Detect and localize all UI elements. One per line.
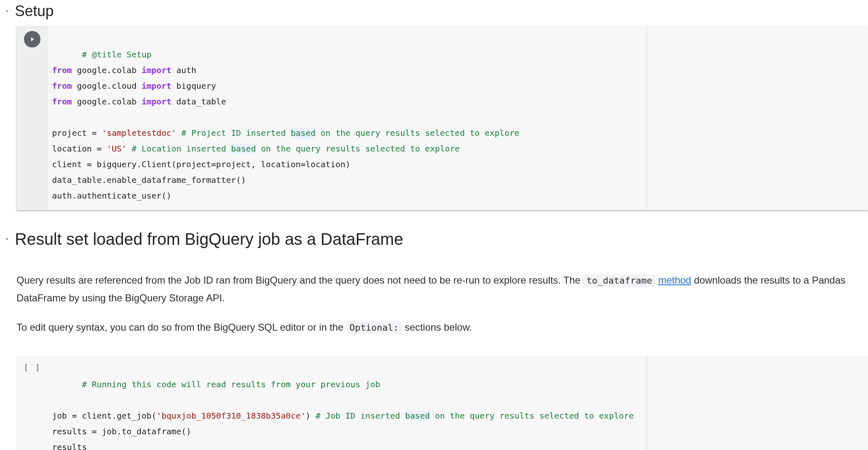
code-cell-read-results: [ ] # Running this code will read result… [17, 356, 868, 450]
code-comment: # Job ID inserted [315, 411, 405, 421]
ruler-line [647, 356, 647, 450]
code-keyword: from [52, 97, 72, 107]
code-highlight: based [291, 128, 315, 138]
code-text: project = [52, 128, 102, 138]
code-comment: # Project ID inserted [181, 128, 291, 138]
section-header-setup: Setup [0, 0, 868, 26]
section-title: Setup [15, 2, 54, 21]
inline-code: Optional: [346, 321, 402, 334]
markdown-text: Query results are referenced from the Jo… [0, 255, 868, 336]
collapse-arrow-icon[interactable] [2, 6, 12, 17]
code-editor[interactable]: # @title Setup from google.colab import … [48, 26, 868, 210]
text-span: sections below. [402, 322, 472, 333]
code-comment: on the query results selected to explore [430, 411, 634, 421]
code-editor[interactable]: # Running this code will read results fr… [48, 356, 868, 450]
code-text: ) [306, 411, 315, 421]
code-text: data_table [171, 97, 226, 107]
code-text: google.cloud [72, 81, 142, 91]
code-text: location = [52, 144, 107, 154]
code-text: bigquery [171, 81, 216, 91]
code-text: data_table.enable_dataframe_formatter() [52, 175, 246, 185]
code-keyword: from [52, 65, 72, 75]
method-link[interactable]: method [658, 275, 691, 286]
section-header-result: Result set loaded from BigQuery job as a… [0, 227, 868, 255]
section-title: Result set loaded from BigQuery job as a… [15, 228, 403, 250]
code-text: job = client.get_job( [52, 411, 157, 421]
text-span: To edit query syntax, you can do so from… [17, 322, 346, 333]
code-text [176, 128, 181, 138]
ruler-line [647, 26, 647, 210]
run-cell-button[interactable] [24, 31, 40, 47]
collapse-arrow-icon[interactable] [2, 234, 12, 244]
code-keyword: import [142, 81, 171, 91]
code-string: 'bquxjob_1050f310_1838b35a0ce' [157, 411, 306, 421]
code-highlight: based [231, 144, 256, 154]
text-span: Query results are referenced from the Jo… [17, 275, 583, 286]
code-keyword: import [142, 97, 171, 107]
code-text [127, 144, 132, 154]
code-string: 'US' [107, 144, 126, 154]
code-highlight: based [405, 411, 430, 421]
code-text: client = bigquery.Client(project=project… [52, 159, 350, 169]
execution-count[interactable]: [ ] [24, 361, 41, 372]
code-comment: # @title Setup [82, 50, 152, 59]
code-cell-setup: # @title Setup from google.colab import … [17, 26, 868, 210]
code-text: results [52, 442, 87, 450]
code-keyword: from [52, 81, 72, 91]
cell-gutter [17, 26, 48, 210]
code-text: results = job.to_dataframe() [52, 426, 191, 436]
cell-gutter: [ ] [17, 356, 48, 450]
code-string: 'sampletestdoc' [102, 128, 176, 138]
code-comment: # Running this code will read results fr… [82, 379, 380, 389]
code-comment: on the query results selected to explore [256, 144, 460, 154]
code-comment: on the query results selected to explore [315, 128, 519, 138]
code-text: auth.authenticate_user() [52, 191, 171, 201]
code-text: google.colab [72, 65, 142, 75]
code-text: auth [171, 65, 196, 75]
inline-code: to_dataframe [583, 274, 655, 287]
code-text: google.colab [72, 97, 142, 107]
code-keyword: import [142, 65, 171, 75]
code-comment: # Location inserted [132, 144, 231, 154]
